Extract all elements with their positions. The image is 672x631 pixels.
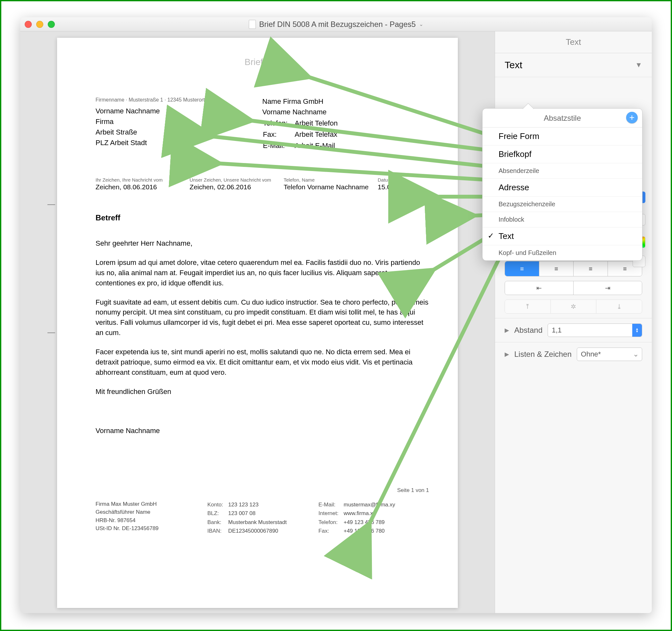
recipient-name[interactable]: Vorname Nachname [96,106,262,116]
subject[interactable]: Betreff [96,213,429,222]
decrease-indent-button[interactable]: ⇤ [505,281,574,295]
sender-line[interactable]: Firmenname · Musterstraße 1 · 12345 Must… [96,96,262,104]
chevron-down-icon: ▼ [635,61,642,69]
paragraph-style-selector[interactable]: Text ▼ [495,53,652,77]
style-item-briefkopf[interactable]: Briefkopf [482,145,642,163]
inspector-sidebar: Text Text ▼ Ausrichtung ≡ ≡ ≡ ≡ ⇤ ⇥ ⤒ ✲ … [495,31,652,613]
document-canvas[interactable]: Briefkopf Firmenname · Musterstraße 1 · … [20,31,495,613]
signature[interactable]: Vorname Nachname [96,426,429,436]
disclosure-triangle-icon: ▶ [505,351,509,358]
style-item-kopf-und-fu-zeilen[interactable]: Kopf- und Fußzeilen [482,245,642,260]
disclosure-triangle-icon: ▶ [505,327,509,334]
indent-group: ⇤ ⇥ [505,281,642,295]
window-title[interactable]: Brief DIN 5008 A mit Bezugszeichen - Pag… [20,20,652,29]
recipient-street[interactable]: Arbeit Straße [96,127,262,137]
style-item-absenderzeile[interactable]: Absenderzeile [482,163,642,179]
align-right-button[interactable]: ≡ [574,261,608,276]
info-company[interactable]: Name Firma GmbH [262,96,429,107]
window-title-text: Brief DIN 5008 A mit Bezugszeichen - Pag… [259,20,415,29]
info-email[interactable]: Arbeit E-Mail [295,140,344,151]
body-p1[interactable]: Lorem ipsum ad qui amet dolore, vitae ce… [96,257,429,288]
body-p3[interactable]: Facer expetenda ius te, sint mundi aperi… [96,347,429,378]
info-email-label: E-Mail: [263,140,294,151]
add-style-button[interactable]: + [626,112,638,123]
salutation[interactable]: Sehr geehrter Herr Nachname, [96,238,429,249]
align-middle-button[interactable]: ✲ [551,300,597,313]
spacing-row[interactable]: ▶ Abstand 1,1 ▲▼ [495,318,652,342]
lists-select[interactable]: Ohne* ⌄ [577,348,642,361]
align-center-button[interactable]: ≡ [539,261,574,276]
chevron-down-icon: ⌄ [419,21,423,27]
lists-row[interactable]: ▶ Listen & Zeichen Ohne* ⌄ [495,342,652,366]
spacing-select[interactable]: 1,1 ▲▼ [548,324,642,337]
info-fax[interactable]: Arbeit Telefax [295,129,344,140]
titlebar: Brief DIN 5008 A mit Bezugszeichen - Pag… [20,17,652,31]
closing[interactable]: Mit freundlichen Grüßen [96,387,429,397]
align-bottom-button[interactable]: ⤓ [596,300,642,313]
align-top-button[interactable]: ⤒ [505,300,551,313]
app-window: Brief DIN 5008 A mit Bezugszeichen - Pag… [20,17,652,613]
info-person[interactable]: Vorname Nachname [262,107,429,117]
style-item-adresse[interactable]: Adresse [482,179,642,197]
info-tel-label: Telefon: [263,118,294,128]
style-item-infoblock[interactable]: Infoblock [482,212,642,227]
paragraph-styles-popover: Absatzstile + Freie FormBriefkopfAbsende… [482,108,643,261]
recipient-company[interactable]: Firma [96,116,262,127]
popover-title: Absatzstile [544,114,581,122]
body-p2[interactable]: Fugit suavitate ad eam, ut essent debiti… [96,297,429,338]
style-item-bezugszeichenzeile[interactable]: Bezugszeichenzeile [482,197,642,212]
footer[interactable]: Firma Max Muster GmbH Geschäftsführer Na… [96,500,429,536]
page-number[interactable]: Seite 1 von 1 [96,487,429,494]
recipient-city[interactable]: PLZ Arbeit Stadt [96,137,262,148]
align-left-button[interactable]: ≡ [505,261,539,276]
document-icon [249,20,256,29]
style-item-freie-form[interactable]: Freie Form [482,127,642,145]
horizontal-alignment-group: ≡ ≡ ≡ ≡ [505,261,642,276]
page[interactable]: Briefkopf Firmenname · Musterstraße 1 · … [57,38,458,608]
increase-indent-button[interactable]: ⇥ [574,281,642,295]
info-fax-label: Fax: [263,129,294,140]
style-item-text[interactable]: Text [482,227,642,245]
briefkopf-placeholder[interactable]: Briefkopf [96,57,429,67]
vertical-alignment-group: ⤒ ✲ ⤓ [505,300,642,313]
inspector-tab-text[interactable]: Text [495,31,652,53]
info-tel[interactable]: Arbeit Telefon [295,118,344,128]
reference-line[interactable]: Ihr Zeichen, Ihre Nachricht vomZeichen, … [96,177,429,191]
